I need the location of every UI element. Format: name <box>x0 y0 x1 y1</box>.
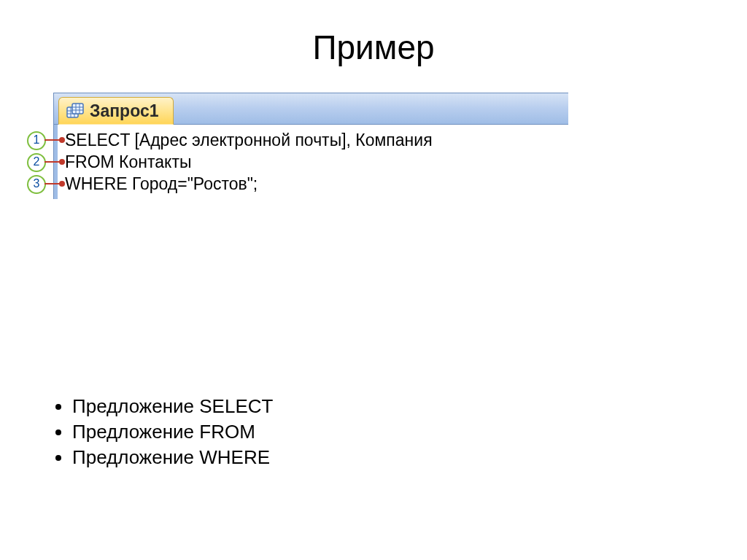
sql-code-area[interactable]: SELECT [Адрес электронной почты], Компан… <box>54 125 568 199</box>
callout-dot <box>59 159 65 165</box>
callout-number: 1 <box>27 131 46 150</box>
callout-number: 3 <box>27 175 46 194</box>
list-item: Предложение SELECT <box>72 394 273 419</box>
list-item: Предложение FROM <box>72 419 273 445</box>
tab-label: Запрос1 <box>90 101 158 121</box>
callout-dot <box>59 181 65 187</box>
callout-row: 3 <box>27 175 49 197</box>
callout-connector <box>44 183 61 184</box>
code-line: WHERE Город="Ростов"; <box>65 173 562 195</box>
sql-panel-wrap: 1 2 3 <box>53 93 568 199</box>
callout-connector <box>44 139 61 141</box>
callout-row: 2 <box>27 153 49 175</box>
bullet-list: Предложение SELECT Предложение FROM Пред… <box>47 394 273 470</box>
callout-number: 2 <box>27 153 46 172</box>
code-line: SELECT [Адрес электронной почты], Компан… <box>65 129 562 151</box>
code-line: FROM Контакты <box>65 151 562 173</box>
slide: Пример 1 2 3 <box>0 0 747 560</box>
sql-panel: Запрос1 SELECT [Адрес электронной почты]… <box>53 93 568 199</box>
callout-row: 1 <box>27 131 49 153</box>
tab-bar: Запрос1 <box>54 93 568 125</box>
svg-rect-5 <box>72 104 83 114</box>
page-title: Пример <box>0 28 747 67</box>
list-item: Предложение WHERE <box>72 445 273 470</box>
callout-dot <box>59 137 65 143</box>
tab-query1[interactable]: Запрос1 <box>58 97 174 125</box>
query-icon <box>66 103 84 119</box>
callouts-column: 1 2 3 <box>27 131 49 197</box>
callout-connector <box>44 161 61 163</box>
